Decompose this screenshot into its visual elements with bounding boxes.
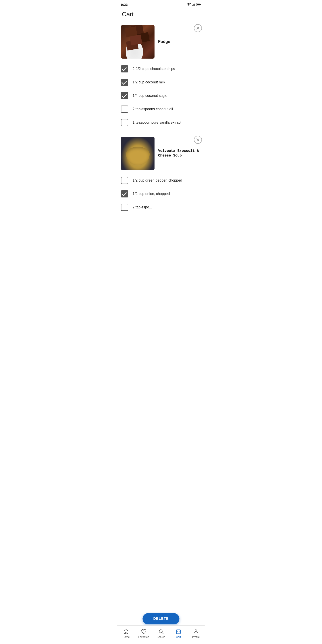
wifi-icon [187,3,191,6]
ingredient-text: 1/4 cup coconut sugar [132,94,201,98]
status-time: 9:23 [121,3,128,6]
ingredient-item: 1/2 cup onion, chopped [121,187,201,200]
soup-image [121,137,154,170]
ingredient-text: 1 teaspoon pure vanilla extract [132,120,201,125]
svg-rect-0 [192,5,192,6]
status-bar: 9:23 [118,0,204,8]
battery-icon [196,3,201,6]
close-icon [196,138,200,142]
ingredient-item: 2 tablespo... [121,200,201,214]
section-divider [118,131,204,131]
ingredient-checkbox[interactable] [121,106,128,113]
recipe-section-fudge: Fudge 2-1/2 cups chocolate chips1/2 cup … [118,22,204,129]
ingredient-checkbox[interactable] [121,177,128,184]
ingredient-text: 2 tablespoons coconut oil [132,107,201,112]
remove-soup-button[interactable] [194,136,202,144]
ingredient-checkbox[interactable] [121,92,128,99]
ingredient-item: 1/2 cup green pepper, chopped [121,174,201,187]
ingredient-checkbox[interactable] [121,119,128,126]
recipe-header-fudge: Fudge [118,22,204,62]
ingredient-text: 1/2 cup onion, chopped [132,192,201,196]
ingredient-item: 2 tablespoons coconut oil [121,102,201,116]
svg-rect-3 [195,3,196,6]
scroll-area: Fudge 2-1/2 cups chocolate chips1/2 cup … [118,22,204,234]
ingredient-item: 2-1/2 cups chocolate chips [121,62,201,76]
ingredient-checkbox[interactable] [121,190,128,198]
status-icons [187,3,201,6]
recipe-header-soup: Velveeta Broccoli & Cheese Soup [118,133,204,174]
ingredient-checkbox[interactable] [121,204,128,211]
ingredient-text: 2 tablespo... [132,205,201,210]
ingredient-text: 2-1/2 cups chocolate chips [132,67,201,71]
svg-rect-2 [194,4,194,6]
fudge-image [121,25,154,58]
close-icon [196,26,200,30]
ingredient-checkbox[interactable] [121,65,128,72]
soup-ingredients: 1/2 cup green pepper, chopped1/2 cup oni… [118,174,204,214]
ingredient-text: 1/2 cup green pepper, chopped [132,178,201,183]
ingredient-checkbox[interactable] [121,79,128,86]
ingredient-item: 1 teaspoon pure vanilla extract [121,116,201,129]
svg-rect-1 [193,4,194,6]
ingredient-text: 1/2 cup coconut milk [132,80,201,85]
page-title: Cart [118,8,204,22]
fudge-ingredients: 2-1/2 cups chocolate chips1/2 cup coconu… [118,62,204,129]
soup-title: Velveeta Broccoli & Cheese Soup [158,149,201,158]
fudge-title: Fudge [158,39,201,44]
remove-fudge-button[interactable] [194,24,202,32]
recipe-section-soup: Velveeta Broccoli & Cheese Soup 1/2 cup … [118,133,204,214]
ingredient-item: 1/2 cup coconut milk [121,76,201,89]
signal-icon [192,3,195,6]
ingredient-item: 1/4 cup coconut sugar [121,89,201,102]
svg-rect-5 [196,4,200,5]
